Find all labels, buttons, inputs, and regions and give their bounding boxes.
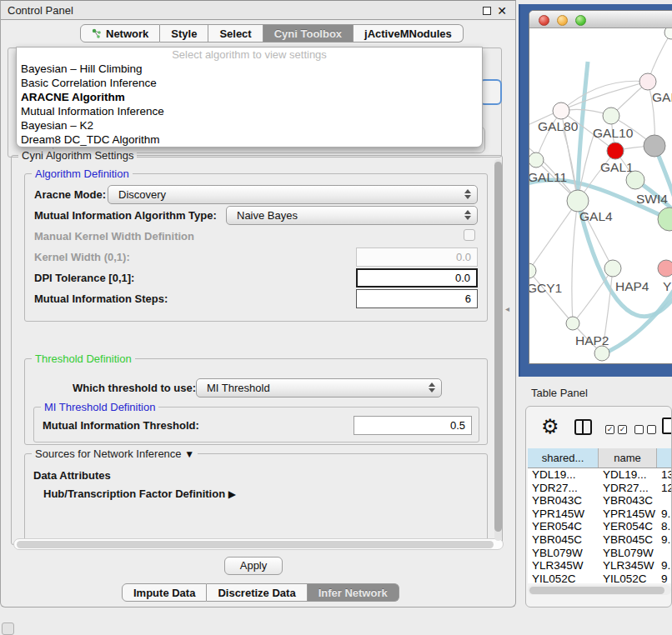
splitpane-collapse-icon[interactable]: ◂ [505,304,509,313]
table-row[interactable]: YDR27...YDR27...12 [528,482,671,495]
network-edge[interactable] [572,201,578,323]
threshold-definition-legend: Threshold Definition [32,352,135,365]
unchecked-checkbox-icon[interactable] [647,425,656,434]
table-row[interactable]: YBR043CYBR043C [528,494,671,508]
tab-discretize-data[interactable]: Discretize Data [207,583,307,602]
network-node-hap4[interactable] [604,260,621,277]
column-header-a[interactable]: A [657,448,671,468]
chevron-down-icon[interactable]: ▼ [184,448,194,460]
mi-type-select[interactable]: Naive Bayes [226,206,478,225]
mi-threshold-input[interactable] [354,416,472,435]
network-edge[interactable] [529,271,573,323]
tab-infer-network-label: Infer Network [318,587,388,599]
settings-hscrollbar[interactable] [13,538,504,550]
table-hscrollbar[interactable] [528,585,671,595]
split-columns-icon[interactable] [574,419,592,435]
algorithm-dropdown-items: Bayesian – Hill ClimbingBasic Correlatio… [17,62,482,147]
column-header-name[interactable]: name [599,448,657,468]
table-row[interactable]: YPR145WYPR145W9. [528,508,671,521]
dropdown-item-aracne-algorithm[interactable]: ARACNE Algorithm [17,90,482,104]
tab-infer-network[interactable]: Infer Network [308,583,399,602]
table-row[interactable]: YIL052CYIL052C9 [528,572,671,583]
network-edge[interactable] [573,268,613,323]
page-icon[interactable] [662,418,672,434]
which-threshold-value: MI Threshold [207,382,270,394]
network-node-gal80[interactable] [553,102,569,119]
tab-impute-data[interactable]: Impute Data [122,583,207,602]
node-label-hap2: HAP2 [575,333,609,348]
mi-threshold-label: Mutual Information Threshold: [43,419,199,432]
table-cell: YDR27... [599,482,657,495]
sources-legend-text: Sources for Network Inference [35,448,182,460]
aracne-mode-value: Discovery [118,188,166,201]
kernel-width-input[interactable] [356,248,478,267]
apply-button[interactable]: Apply [224,557,283,575]
algorithm-dropdown: Select algorithm to view settings Bayesi… [16,47,483,148]
network-node-gcy1[interactable] [529,263,536,278]
node-label-swi4: SWI4 [636,192,668,206]
table-row[interactable]: YBL079WYBL079W [528,547,671,560]
network-node-gal11[interactable] [529,152,544,168]
dpi-tolerance-input[interactable] [356,268,478,288]
network-edge[interactable] [529,201,578,271]
network-edge-thick[interactable] [578,62,588,201]
which-threshold-select[interactable]: MI Threshold [196,378,442,398]
table-row[interactable]: YDL19...YDL19...13 [528,468,671,482]
algorithm-definition-legend: Algorithm Definition [32,168,133,180]
dropdown-item-bayesian-hill-climbing[interactable]: Bayesian – Hill Climbing [17,62,482,76]
node-label-gal1: GAL1 [600,160,634,174]
float-window-icon[interactable] [483,7,491,15]
table-row[interactable]: YBR045CYBR045C9. [528,533,671,547]
network-node-y[interactable] [658,260,672,277]
network-node[interactable] [644,135,665,157]
tab-style[interactable]: Style [160,24,208,42]
tab-cyni-toolbox-label: Cyni Toolbox [274,28,342,40]
unchecked-checkbox-icon[interactable] [634,425,644,434]
network-node-gal1[interactable] [607,142,624,159]
network-node[interactable] [664,28,672,39]
dropdown-item-bayesian-k2[interactable]: Bayesian – K2 [17,118,482,132]
dropdown-item-mutual-information-inference[interactable]: Mutual Information Inference [17,104,482,118]
checked-checkbox-icon[interactable]: ✓ [618,425,627,434]
network-node-hap2[interactable] [566,317,579,330]
manual-kernel-label: Manual Kernel Width Definition [34,230,194,242]
dropdown-item-dream8-dc-tdc-algorithm[interactable]: Dream8 DC_TDC Algorithm [17,132,482,147]
sources-group: Sources for Network Inference ▼ Data Att… [24,453,488,545]
network-window-titlebar[interactable] [529,11,672,28]
stepper-icon [429,382,435,392]
tab-jactivemnodules[interactable]: jActiveMNodules [354,24,464,42]
mi-threshold-group: MI Threshold Definition Mutual Informati… [33,407,479,442]
table-row[interactable]: YLR345WYLR345W9. [528,559,671,572]
threshold-definition-group: Threshold Definition Which threshold to … [24,358,488,445]
zoom-traffic-light[interactable] [575,15,586,26]
mi-steps-input[interactable] [356,289,478,308]
close-icon[interactable]: ✕ [497,2,507,19]
network-node-gal[interactable] [639,73,656,90]
manual-kernel-checkbox[interactable] [464,229,475,241]
table-header: shared...nameA [528,448,671,468]
close-traffic-light[interactable] [539,15,549,26]
tab-network[interactable]: Network [80,24,160,42]
network-node[interactable] [594,346,609,361]
aracne-mode-select[interactable]: Discovery [108,185,478,204]
column-header-shared[interactable]: shared... [528,448,599,468]
aracne-mode-label: Aracne Mode: [34,188,106,201]
table-row[interactable]: YER054CYER054C8. [528,520,671,533]
tab-select[interactable]: Select [208,24,263,42]
network-canvas[interactable]: GALGAL80GAL10GAL1GAL11SWI4GAL4GCY1HAP4YH… [529,28,672,364]
settings-vscrollbar[interactable] [494,159,502,541]
network-node[interactable] [658,208,672,231]
tab-style-label: Style [171,28,197,40]
dropdown-item-basic-correlation-inference[interactable]: Basic Correlation Inference [17,76,482,90]
minimize-traffic-light[interactable] [557,15,568,26]
tab-cyni-toolbox[interactable]: Cyni Toolbox [263,24,354,42]
gear-icon[interactable]: ⚙ [541,417,559,437]
table-panel-title: Table Panel [531,387,588,399]
network-node-swi4[interactable] [626,171,644,189]
network-node-gal10[interactable] [603,108,619,124]
dpi-tolerance-label: DPI Tolerance [0,1]: [34,272,134,284]
dock-mini-icon[interactable] [2,622,14,635]
focused-combo-remnant[interactable] [479,79,502,105]
table-cell: YER054C [599,520,657,533]
checked-checkbox-icon[interactable]: ✓ [605,425,614,434]
